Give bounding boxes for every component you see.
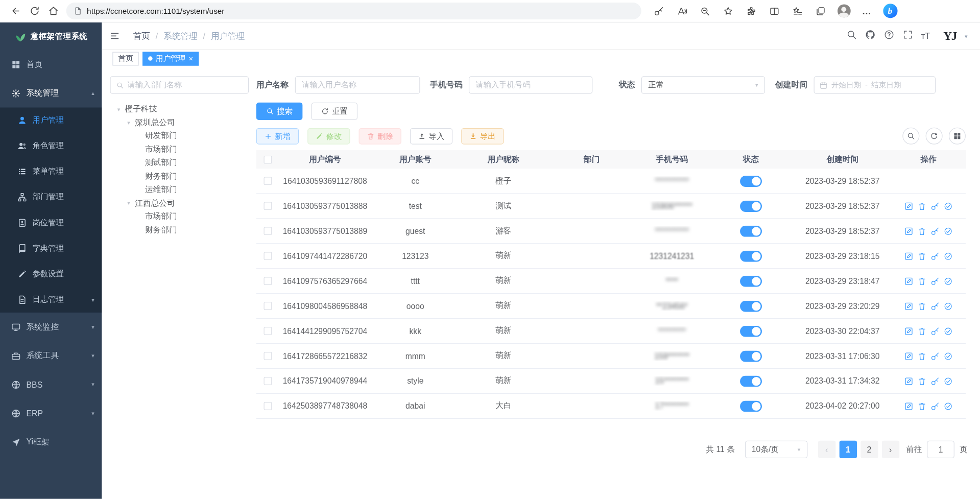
help-question-icon[interactable] <box>883 30 894 43</box>
edit-icon[interactable] <box>904 202 913 210</box>
tree-node[interactable]: ▾ 研发部门 <box>110 129 252 142</box>
row-checkbox[interactable] <box>264 177 272 185</box>
sidebar-item-system-monitor[interactable]: 系统监控 ▾ <box>0 313 102 341</box>
delete-icon[interactable] <box>918 351 926 360</box>
delete-icon[interactable] <box>918 326 926 335</box>
row-checkbox[interactable] <box>264 252 272 260</box>
sidebar-item-role-management[interactable]: 角色管理 <box>0 133 102 159</box>
sidebar-item-home[interactable]: 首页 <box>0 50 102 79</box>
sidebar-item-user-management[interactable]: 用户管理 <box>0 108 102 133</box>
status-toggle[interactable] <box>740 375 762 387</box>
breadcrumb-home[interactable]: 首页 <box>133 30 150 41</box>
dept-search-input[interactable] <box>127 81 242 89</box>
status-toggle[interactable] <box>740 400 762 412</box>
edit-icon[interactable] <box>904 326 913 335</box>
sidebar-item-post-management[interactable]: 岗位管理 <box>0 210 102 235</box>
browser-back-button[interactable] <box>6 2 25 20</box>
assign-role-icon[interactable] <box>944 252 952 260</box>
tree-node[interactable]: ▾ 深圳总公司 <box>110 116 252 129</box>
tab-home[interactable]: 首页 <box>112 52 138 65</box>
delete-button[interactable]: 删除 <box>359 128 401 145</box>
tree-node[interactable]: ▾ 市场部门 <box>110 143 252 156</box>
reset-password-key-icon[interactable] <box>930 202 939 210</box>
row-checkbox[interactable] <box>264 277 272 285</box>
caret-down-icon[interactable]: ▾ <box>125 200 133 206</box>
reset-password-key-icon[interactable] <box>930 351 939 360</box>
column-settings-icon[interactable] <box>949 128 966 145</box>
reset-password-key-icon[interactable] <box>930 302 939 311</box>
row-checkbox[interactable] <box>264 377 272 385</box>
sidebar-toggle-icon[interactable] <box>103 22 126 50</box>
tree-node[interactable]: ▾ 财务部门 <box>110 224 252 237</box>
status-toggle[interactable] <box>740 350 762 362</box>
add-favorite-star-icon[interactable] <box>721 4 735 18</box>
tree-node[interactable]: ▾ 财务部门 <box>110 170 252 183</box>
delete-icon[interactable] <box>918 202 926 210</box>
reset-password-key-icon[interactable] <box>930 401 939 410</box>
row-checkbox[interactable] <box>264 327 272 335</box>
phone-input[interactable] <box>469 76 592 93</box>
assign-role-icon[interactable] <box>944 351 952 360</box>
export-button[interactable]: 导出 <box>461 128 504 145</box>
bing-copilot-icon[interactable]: b <box>882 4 897 18</box>
github-icon[interactable] <box>865 30 876 43</box>
assign-role-icon[interactable] <box>944 277 952 286</box>
tree-node[interactable]: ▾ 运维部门 <box>110 183 252 197</box>
assign-role-icon[interactable] <box>944 302 952 311</box>
address-bar[interactable]: https://ccnetcore.com:1101/system/user <box>66 3 641 19</box>
caret-down-icon[interactable]: ▾ <box>115 106 123 112</box>
sidebar-item-erp[interactable]: ERP ▾ <box>0 399 102 427</box>
username-input[interactable] <box>295 76 420 93</box>
tree-node[interactable]: ▾ 市场部门 <box>110 210 252 223</box>
reset-password-key-icon[interactable] <box>930 326 939 335</box>
reset-password-key-icon[interactable] <box>930 227 939 235</box>
sidebar-item-yi-framework[interactable]: Yi框架 <box>0 427 102 456</box>
row-checkbox[interactable] <box>264 302 272 310</box>
row-checkbox[interactable] <box>264 402 272 410</box>
page-number-button[interactable]: 2 <box>861 441 878 458</box>
edit-icon[interactable] <box>904 401 913 410</box>
extensions-puzzle-icon[interactable] <box>744 4 758 18</box>
sidebar-item-bbs[interactable]: BBS ▾ <box>0 370 102 399</box>
delete-icon[interactable] <box>918 252 926 260</box>
modify-button[interactable]: 修改 <box>307 128 350 145</box>
delete-icon[interactable] <box>918 302 926 311</box>
browser-menu-icon[interactable]: … <box>859 4 874 18</box>
next-page-button[interactable]: › <box>881 441 899 458</box>
sidebar-item-log-management[interactable]: 日志管理 ▾ <box>0 287 102 313</box>
row-checkbox[interactable] <box>264 227 272 235</box>
sidebar-item-dict-management[interactable]: 字典管理 <box>0 235 102 261</box>
user-avatar[interactable]: YJ <box>943 29 957 43</box>
edit-icon[interactable] <box>904 227 913 235</box>
split-screen-icon[interactable] <box>767 4 782 18</box>
zoom-icon[interactable] <box>698 4 712 18</box>
add-button[interactable]: 新增 <box>256 128 299 145</box>
delete-icon[interactable] <box>918 277 926 286</box>
tree-node[interactable]: ▾ 江西总公司 <box>110 197 252 210</box>
tab-user-management[interactable]: 用户管理 × <box>142 52 199 65</box>
edit-icon[interactable] <box>904 277 913 286</box>
sidebar-item-param-settings[interactable]: 参数设置 <box>0 262 102 287</box>
header-search-icon[interactable] <box>846 30 857 43</box>
tree-node[interactable]: ▾ 橙子科技 <box>110 103 252 116</box>
assign-role-icon[interactable] <box>944 376 952 385</box>
status-toggle[interactable] <box>740 175 762 186</box>
date-range-picker[interactable]: 开始日期 - 结束日期 <box>814 76 936 93</box>
breadcrumb-system[interactable]: 系统管理 <box>163 30 197 41</box>
status-toggle[interactable] <box>740 300 762 312</box>
caret-down-icon[interactable]: ▾ <box>125 120 133 126</box>
delete-icon[interactable] <box>918 401 926 410</box>
status-select[interactable]: 正常 ▾ <box>641 76 765 93</box>
read-aloud-icon[interactable] <box>675 4 689 18</box>
reset-password-key-icon[interactable] <box>930 376 939 385</box>
reset-password-key-icon[interactable] <box>930 277 939 286</box>
reset-password-key-icon[interactable] <box>930 252 939 260</box>
row-checkbox[interactable] <box>264 352 272 360</box>
browser-home-button[interactable] <box>44 2 63 20</box>
status-toggle[interactable] <box>740 225 762 236</box>
edit-icon[interactable] <box>904 376 913 385</box>
status-toggle[interactable] <box>740 200 762 211</box>
assign-role-icon[interactable] <box>944 202 952 210</box>
status-toggle[interactable] <box>740 275 762 287</box>
page-size-select[interactable]: 10条/页 ▾ <box>745 441 807 458</box>
